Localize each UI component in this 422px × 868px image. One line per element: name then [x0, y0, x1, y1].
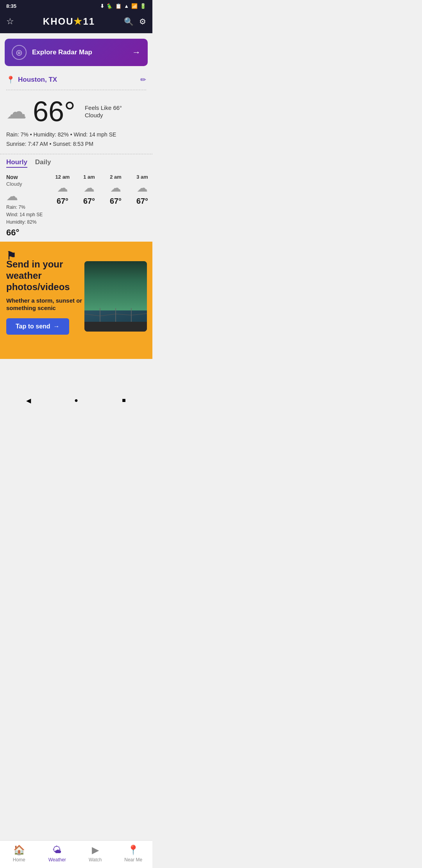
sunset-stat: Sunset: 8:53 PM [53, 141, 93, 147]
radar-arrow-icon: → [132, 47, 141, 57]
ugc-headline: Send in your weather photos/videos [6, 259, 84, 292]
ground [84, 322, 147, 332]
now-cloud-icon: ☁ [6, 189, 43, 203]
hour-label-0: 12 am [51, 174, 74, 180]
android-back-button[interactable]: ◀ [23, 395, 34, 406]
svg-line-2 [116, 314, 131, 315]
svg-line-1 [100, 314, 116, 316]
hour-temp-0: 67° [51, 197, 74, 206]
android-nav: ◀ ● ■ [0, 390, 152, 411]
hour-cloud-icon-2: ☁ [104, 181, 127, 194]
app-logo: KHOU★11 [43, 16, 95, 27]
ugc-button-arrow: → [54, 323, 60, 330]
feels-like: Feels Like 66° [85, 104, 122, 111]
hour-cloud-icon-0: ☁ [51, 181, 74, 194]
hour-cloud-icon-3: ☁ [131, 181, 152, 194]
sky-dark [84, 261, 147, 310]
radar-icon: ◎ [12, 45, 27, 60]
now-humidity: Humidity: 82% [6, 219, 43, 226]
hourly-section: Now Cloudy ☁ Rain: 7% Wind: 14 mph SE Hu… [0, 170, 152, 242]
radar-banner-left: ◎ Explore Radar Map [12, 45, 92, 60]
weather-details: Rain: 7% • Humidity: 82% • Wind: 14 mph … [0, 128, 152, 151]
hour-block-2: 2 am ☁ 67° [102, 174, 129, 238]
feels-info: Feels Like 66° Cloudy [85, 104, 122, 118]
weather-condition: Cloudy [85, 112, 122, 118]
now-rain: Rain: 7% [6, 204, 43, 211]
forecast-tabs: Hourly Daily [0, 154, 152, 170]
hour-block-3: 3 am ☁ 67° [129, 174, 152, 238]
now-wind: Wind: 14 mph SE [6, 211, 43, 219]
app-header: ☆ KHOU★11 🔍 ⚙ [0, 12, 152, 33]
notification-icon: 📋 [115, 3, 122, 9]
battery-icon: 🔋 [140, 3, 146, 9]
ugc-tap-to-send-button[interactable]: Tap to send → [6, 318, 69, 335]
parrot-icon: 🦜 [107, 3, 113, 9]
current-weather: ☁ 66° Feels Like 66° Cloudy [0, 93, 152, 128]
hour-temp-1: 67° [77, 197, 101, 206]
search-icon[interactable]: 🔍 [124, 17, 134, 26]
hour-block-0: 12 am ☁ 67° [49, 174, 76, 238]
weather-details-line1: Rain: 7% • Humidity: 82% • Wind: 14 mph … [6, 130, 146, 140]
favorite-icon[interactable]: ☆ [6, 16, 14, 27]
divider-top [6, 90, 146, 90]
ugc-button-label: Tap to send [16, 323, 50, 330]
status-time: 8:35 [6, 3, 16, 9]
ugc-scene [84, 261, 147, 332]
hourly-scroll: Now Cloudy ☁ Rain: 7% Wind: 14 mph SE Hu… [0, 174, 152, 238]
hour-block-1: 1 am ☁ 67° [76, 174, 102, 238]
sunrise-stat: Sunrise: 7:47 AM [6, 141, 48, 147]
radar-banner[interactable]: ◎ Explore Radar Map → [5, 39, 148, 66]
humidity-stat: Humidity: 82% [34, 131, 69, 138]
back-icon: ◀ [26, 397, 31, 404]
wind-stat: Wind: 14 mph SE [73, 131, 116, 138]
hour-temp-2: 67° [104, 197, 127, 206]
recents-icon: ■ [122, 397, 126, 404]
location-left: 📍 Houston, TX [6, 75, 57, 84]
signal-icon: 📶 [131, 3, 138, 9]
power-lines-svg [84, 308, 147, 324]
ugc-banner: ⚑ Send in your weather photos/videos Whe… [0, 242, 152, 359]
rain-stat: Rain: 7% [6, 131, 29, 138]
svg-line-3 [131, 314, 147, 315]
now-temp: 66° [6, 228, 43, 238]
hour-cloud-icon-1: ☁ [77, 181, 101, 194]
hour-temp-3: 67° [131, 197, 152, 206]
svg-line-0 [84, 314, 100, 316]
location-name[interactable]: Houston, TX [18, 76, 57, 84]
now-condition: Cloudy [6, 181, 43, 187]
now-details: Rain: 7% Wind: 14 mph SE Humidity: 82% [6, 204, 43, 226]
home-icon: ● [74, 397, 78, 404]
wifi-icon: ▲ [124, 3, 129, 9]
ugc-flag-icon: ⚑ [6, 249, 16, 262]
tab-hourly[interactable]: Hourly [6, 158, 27, 168]
current-cloud-icon: ☁ [6, 101, 27, 122]
hour-label-2: 2 am [104, 174, 127, 180]
location-pin-icon: 📍 [6, 75, 15, 84]
status-icons: ⬇ 🦜 📋 ▲ 📶 🔋 [100, 3, 146, 9]
radar-banner-label: Explore Radar Map [32, 48, 92, 56]
hour-label-3: 3 am [131, 174, 152, 180]
android-home-button[interactable]: ● [71, 395, 82, 406]
now-label: Now [6, 174, 43, 180]
status-bar: 8:35 ⬇ 🦜 📋 ▲ 📶 🔋 [0, 0, 152, 12]
edit-location-icon[interactable]: ✏ [140, 75, 146, 84]
ugc-weather-image [84, 261, 147, 332]
header-icons: 🔍 ⚙ [124, 17, 146, 26]
location-row: 📍 Houston, TX ✏ [0, 72, 152, 86]
ugc-subtext: Whether a storm, sunset or something sce… [6, 297, 88, 312]
download-icon: ⬇ [100, 3, 104, 9]
weather-details-line2: Sunrise: 7:47 AM • Sunset: 8:53 PM [6, 140, 146, 149]
now-block: Now Cloudy ☁ Rain: 7% Wind: 14 mph SE Hu… [6, 174, 49, 238]
tab-daily[interactable]: Daily [35, 158, 51, 168]
settings-icon[interactable]: ⚙ [139, 17, 146, 26]
main-content: ◎ Explore Radar Map → 📍 Houston, TX ✏ ☁ … [0, 39, 152, 359]
hour-label-1: 1 am [77, 174, 101, 180]
current-temperature: 66° [33, 97, 75, 126]
android-recents-button[interactable]: ■ [118, 395, 129, 406]
